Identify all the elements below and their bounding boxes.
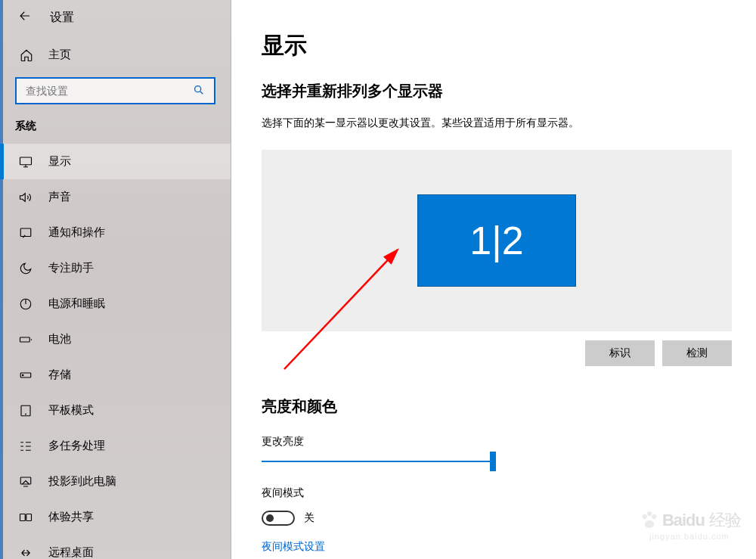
- svg-point-8: [26, 414, 26, 415]
- nav-label: 电源和睡眠: [48, 297, 105, 311]
- settings-title: 设置: [50, 10, 74, 26]
- svg-rect-2: [20, 228, 31, 237]
- nav-label: 多任务处理: [48, 439, 105, 453]
- sidebar-item-storage[interactable]: 存储: [0, 357, 231, 393]
- display-arrangement-area[interactable]: 1|2: [262, 150, 732, 331]
- slider-thumb[interactable]: [490, 452, 496, 471]
- nav-label: 投影到此电脑: [48, 474, 116, 489]
- toggle-knob: [266, 514, 274, 522]
- nav-label: 显示: [48, 154, 71, 169]
- search-input[interactable]: [26, 85, 193, 97]
- nav-label: 电池: [48, 332, 71, 346]
- sidebar-item-power[interactable]: 电源和睡眠: [0, 286, 231, 321]
- storage-icon: [18, 368, 33, 382]
- sidebar-item-battery[interactable]: 电池: [0, 321, 231, 357]
- watermark-url: jingyan.baidu.com: [649, 532, 730, 541]
- brightness-label: 更改亮度: [262, 435, 732, 449]
- sidebar-item-sound[interactable]: 声音: [0, 179, 231, 215]
- svg-rect-1: [20, 157, 32, 165]
- nav-label: 远程桌面: [48, 545, 94, 559]
- sidebar-item-notifications[interactable]: 通知和操作: [0, 215, 231, 250]
- toggle-state-label: 关: [304, 511, 314, 525]
- notification-icon: [18, 226, 33, 240]
- brightness-slider[interactable]: [262, 459, 496, 464]
- monitor-icon: [18, 155, 33, 169]
- moon-icon: [18, 262, 33, 275]
- speaker-icon: [18, 191, 33, 204]
- arrange-section-title: 选择并重新排列多个显示器: [262, 81, 732, 101]
- svg-point-6: [23, 374, 24, 376]
- svg-rect-11: [26, 514, 32, 520]
- svg-point-0: [195, 85, 201, 92]
- tablet-icon: [18, 404, 33, 418]
- search-icon: [193, 84, 205, 98]
- back-button[interactable]: [14, 5, 36, 31]
- nav-list: 显示 声音 通知和操作 专注助手 电源和睡眠: [0, 144, 231, 559]
- svg-rect-4: [20, 337, 30, 342]
- nav-label: 平板模式: [48, 403, 94, 418]
- power-icon: [18, 297, 33, 311]
- sidebar-item-project[interactable]: 投影到此电脑: [0, 464, 231, 499]
- sidebar-item-tablet[interactable]: 平板模式: [0, 393, 231, 428]
- slider-track: [262, 461, 496, 462]
- sidebar: 设置 主页 系统 显示 声音: [0, 0, 231, 559]
- monitor-preview[interactable]: 1|2: [417, 194, 576, 287]
- home-label: 主页: [48, 48, 71, 62]
- home-icon: [20, 48, 33, 62]
- display-buttons: 标识 检测: [262, 340, 732, 366]
- nav-label: 声音: [48, 190, 71, 204]
- night-mode-toggle[interactable]: [262, 511, 295, 526]
- battery-icon: [18, 333, 33, 346]
- night-mode-settings-link[interactable]: 夜间模式设置: [262, 540, 325, 552]
- night-mode-toggle-row: 关: [262, 511, 732, 526]
- sidebar-item-home[interactable]: 主页: [0, 37, 231, 73]
- night-mode-label: 夜间模式: [262, 486, 732, 500]
- brightness-heading: 亮度和颜色: [262, 396, 732, 417]
- svg-rect-10: [20, 514, 26, 520]
- sidebar-header: 设置: [0, 0, 231, 37]
- sidebar-item-remote[interactable]: 远程桌面: [0, 535, 231, 559]
- detect-button[interactable]: 检测: [662, 340, 732, 366]
- category-label: 系统: [0, 113, 231, 144]
- search-box[interactable]: [15, 77, 215, 104]
- project-icon: [18, 475, 33, 489]
- page-title: 显示: [262, 30, 732, 61]
- main-content: 显示 选择并重新排列多个显示器 选择下面的某一显示器以更改其设置。某些设置适用于…: [231, 0, 756, 559]
- nav-label: 存储: [48, 368, 71, 382]
- arrange-description: 选择下面的某一显示器以更改其设置。某些设置适用于所有显示器。: [262, 116, 732, 130]
- multitask-icon: [18, 439, 33, 453]
- sidebar-item-multitask[interactable]: 多任务处理: [0, 428, 231, 464]
- nav-label: 专注助手: [48, 261, 94, 275]
- identify-button[interactable]: 标识: [585, 340, 655, 366]
- nav-label: 体验共享: [48, 510, 94, 524]
- sidebar-item-share[interactable]: 体验共享: [0, 499, 231, 535]
- remote-icon: [18, 546, 33, 560]
- sidebar-item-display[interactable]: 显示: [0, 144, 231, 179]
- share-icon: [18, 511, 33, 524]
- sidebar-item-focus[interactable]: 专注助手: [0, 250, 231, 286]
- nav-label: 通知和操作: [48, 225, 105, 240]
